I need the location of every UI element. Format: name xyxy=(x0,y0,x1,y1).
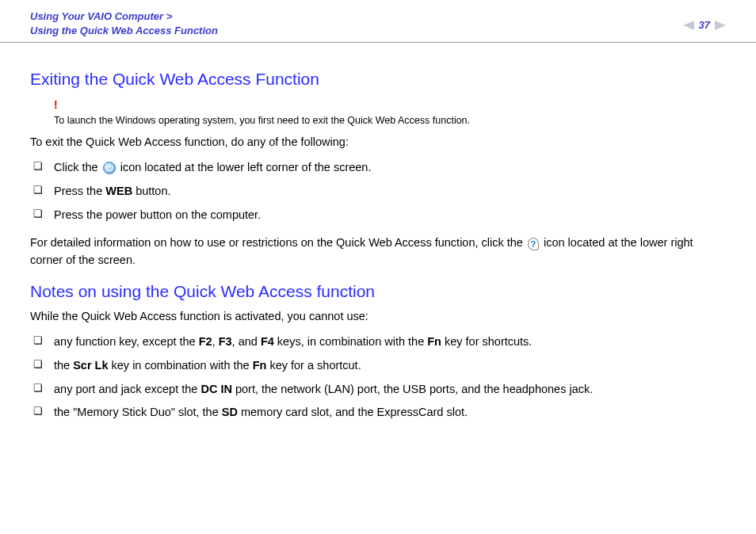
next-page-arrow-icon[interactable] xyxy=(715,21,726,30)
bold-text: DC IN xyxy=(200,383,231,395)
text-fragment: , xyxy=(212,335,219,348)
text-fragment: key for a shortcut. xyxy=(266,359,361,372)
alert-text: To launch the Windows operating system, … xyxy=(54,115,470,126)
bold-text: F2 xyxy=(199,335,212,348)
list-item: Press the WEB button. xyxy=(30,180,726,204)
bold-text: Fn xyxy=(427,335,441,348)
followup-text: For detailed information on how to use o… xyxy=(30,235,726,269)
page-header: Using Your VAIO Computer > Using the Qui… xyxy=(0,0,756,43)
list-item: any function key, except the F2, F3, and… xyxy=(30,330,726,354)
list-item: the Scr Lk key in combination with the F… xyxy=(30,354,726,378)
text-fragment: keys, in combination with the xyxy=(274,335,427,348)
bold-text: Scr Lk xyxy=(73,359,108,372)
notes-intro-text: While the Quick Web Access function is a… xyxy=(30,308,726,326)
list-item: Press the power button on the computer. xyxy=(30,204,726,227)
text-fragment: key in combination with the xyxy=(109,359,253,372)
exit-steps-list: Click the icon located at the lower left… xyxy=(30,156,726,227)
page-navigator: 37 xyxy=(683,19,726,31)
text-fragment: Click the xyxy=(54,161,101,174)
bold-text: F3 xyxy=(219,335,232,348)
power-icon xyxy=(103,162,116,174)
bold-text: Fn xyxy=(253,359,267,372)
section-heading-exiting: Exiting the Quick Web Access Function xyxy=(30,67,726,92)
text-fragment: , and xyxy=(232,335,261,348)
list-item: Click the icon located at the lower left… xyxy=(30,156,726,180)
text-fragment: the xyxy=(54,359,73,372)
bold-text: SD xyxy=(222,406,238,418)
page-content: Exiting the Quick Web Access Function ! … xyxy=(0,43,756,425)
breadcrumb-line-1: Using Your VAIO Computer > xyxy=(30,10,172,22)
breadcrumb: Using Your VAIO Computer > Using the Qui… xyxy=(30,10,726,37)
help-icon xyxy=(528,238,539,250)
alert-exclamation-icon: ! xyxy=(54,97,726,113)
alert-note: ! To launch the Windows operating system… xyxy=(54,97,726,128)
text-fragment: button. xyxy=(132,185,170,197)
page-number: 37 xyxy=(699,19,710,31)
text-fragment: port, the network (LAN) port, the USB po… xyxy=(232,383,593,395)
text-fragment: any port and jack except the xyxy=(54,383,200,395)
section-heading-notes: Notes on using the Quick Web Access func… xyxy=(30,279,726,304)
bold-text: F4 xyxy=(261,335,274,348)
list-item: the "Memory Stick Duo" slot, the SD memo… xyxy=(30,401,726,425)
text-fragment: Press the power button on the computer. xyxy=(54,208,261,221)
text-fragment: key for shortcuts. xyxy=(441,335,532,348)
text-fragment: the "Memory Stick Duo" slot, the xyxy=(54,406,222,418)
text-fragment: memory card slot, and the ExpressCard sl… xyxy=(238,406,468,418)
breadcrumb-line-2: Using the Quick Web Access Function xyxy=(30,25,218,36)
list-item: any port and jack except the DC IN port,… xyxy=(30,378,726,402)
exit-intro-text: To exit the Quick Web Access function, d… xyxy=(30,134,726,151)
text-fragment: any function key, except the xyxy=(54,335,199,348)
prev-page-arrow-icon[interactable] xyxy=(683,21,694,30)
text-fragment: Press the xyxy=(54,185,105,197)
notes-list: any function key, except the F2, F3, and… xyxy=(30,330,726,425)
bold-text: WEB xyxy=(105,185,132,197)
text-fragment: icon located at the lower left corner of… xyxy=(120,161,372,174)
text-fragment: For detailed information on how to use o… xyxy=(30,236,526,249)
